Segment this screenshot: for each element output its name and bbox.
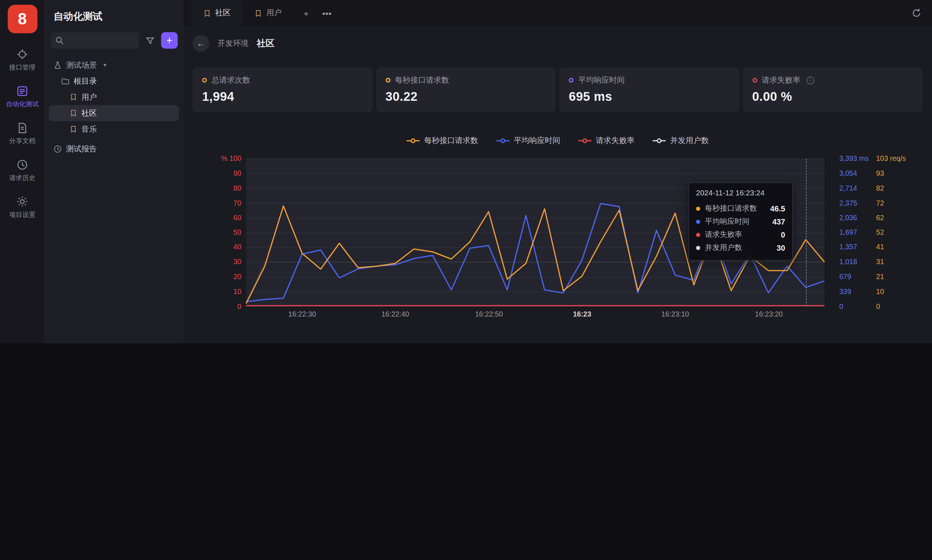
refresh-icon	[912, 8, 920, 18]
axis-tick: 62	[876, 214, 913, 221]
new-tab-button[interactable]: +	[298, 5, 313, 21]
axis-tick: 31	[876, 258, 913, 266]
legend-item-avg-response[interactable]: 平均响应时间	[496, 135, 560, 146]
rail-label: 分享文档	[9, 137, 35, 145]
legend-item-failure-rate[interactable]: 请求失败率	[578, 135, 634, 146]
chart-tooltip: 2024-11-12 16:23:24 每秒接口请求数 46.5 平均响应时间 …	[688, 182, 793, 260]
tag-icon	[255, 9, 262, 17]
series-dot	[696, 219, 700, 223]
checklist-icon	[17, 86, 28, 97]
axis-tick: 90	[193, 170, 241, 177]
axis-tick: 1,018	[839, 258, 875, 266]
api-target-icon	[17, 49, 28, 60]
tab-more-button[interactable]: •••	[319, 5, 334, 21]
scenario-tree: 测试场景 ▾ 根目录 用户 社区	[45, 57, 182, 157]
stat-dot	[752, 78, 757, 83]
axis-tick: 20	[193, 273, 241, 280]
rail-label: 自动化测试	[6, 100, 39, 108]
stat-card-rps: 每秒接口请求数 30.22	[376, 67, 556, 112]
axis-tick: 2,375	[839, 199, 875, 207]
tree-section-label: 测试场景	[66, 60, 97, 70]
axis-tick: 1,697	[839, 229, 875, 236]
stat-value: 30.22	[385, 89, 546, 104]
chart-plot-area[interactable]: 2024-11-12 16:23:24 每秒接口请求数 46.5 平均响应时间 …	[246, 158, 824, 306]
stat-label: 总请求次数	[211, 75, 250, 86]
stat-card-failure-rate: 请求失败率i 0.00 %	[742, 67, 923, 112]
tree-section-test-scenarios[interactable]: 测试场景 ▾	[49, 57, 179, 73]
tooltip-timestamp: 2024-11-12 16:23:24	[696, 189, 785, 197]
axis-tick: 50	[193, 229, 241, 236]
axis-tick: 679	[839, 273, 875, 280]
filter-button[interactable]	[145, 35, 156, 46]
sidebar: 自动化测试 + 测试场景 ▾	[45, 0, 183, 343]
tree-item-label: 用户	[82, 92, 97, 102]
axis-tick: 3,054	[839, 170, 875, 177]
main-area: 社区 用户 + ••• ← 开发环境 社区	[183, 0, 932, 343]
tree-item-user[interactable]: 用户	[49, 89, 179, 105]
search-input[interactable]	[67, 35, 134, 46]
tab-label: 社区	[215, 8, 230, 18]
document-icon	[17, 122, 28, 134]
tab-label: 用户	[266, 8, 282, 18]
report-content: ← 开发环境 社区 总请求次数 1,994 每秒接口请求数 30.22 平均响应…	[183, 26, 932, 343]
rail-item-api-management[interactable]: 接口管理	[0, 49, 45, 71]
axis-tick: 70	[193, 199, 241, 207]
stat-dot	[385, 78, 390, 83]
y-axis-percent: % 1009080706050403020100	[193, 155, 241, 310]
rail-item-project-settings[interactable]: 项目设置	[0, 196, 45, 218]
refresh-button[interactable]	[908, 5, 924, 21]
flask-icon	[54, 61, 62, 69]
stat-value: 0.00 %	[752, 89, 913, 104]
chart-legend: 每秒接口请求数 平均响应时间 请求失败率 并发用户数	[193, 135, 923, 146]
rail-item-automated-testing[interactable]: 自动化测试	[0, 86, 45, 107]
tree-item-community[interactable]: 社区	[49, 105, 179, 121]
legend-item-rps[interactable]: 每秒接口请求数	[406, 135, 478, 146]
axis-tick: % 100	[193, 155, 241, 162]
tab-community[interactable]: 社区	[191, 0, 242, 26]
tree-item-test-reports[interactable]: 测试报告	[49, 141, 179, 157]
series-dot	[696, 246, 700, 249]
info-icon[interactable]: i	[806, 76, 814, 84]
folder-icon	[61, 77, 69, 85]
page-title: 社区	[257, 38, 275, 49]
app-logo[interactable]: 8	[7, 5, 37, 33]
clock-icon	[17, 159, 28, 170]
series-dot	[696, 232, 700, 237]
search-input-wrapper[interactable]	[51, 32, 139, 49]
stat-label: 平均响应时间	[579, 75, 625, 86]
series-dot	[696, 206, 700, 210]
rail-label: 接口管理	[9, 64, 35, 71]
tree-item-label: 社区	[82, 108, 97, 118]
axis-tick: 40	[193, 244, 241, 251]
axis-tick: 0	[839, 303, 875, 310]
axis-tick: 0	[876, 303, 913, 310]
chart-cursor-line	[805, 158, 806, 306]
legend-item-concurrent-users[interactable]: 并发用户数	[652, 135, 709, 146]
stat-value: 695 ms	[569, 89, 730, 104]
legend-marker	[578, 138, 591, 143]
app-root: 8 接口管理 自动化测试 分享文档	[0, 0, 932, 343]
stat-card-avg-response: 平均响应时间 695 ms	[559, 67, 739, 112]
rail-item-share-docs[interactable]: 分享文档	[0, 122, 45, 144]
x-tick: 16:22:50	[475, 310, 503, 318]
sidebar-title: 自动化测试	[54, 10, 182, 23]
tag-icon	[69, 93, 77, 101]
add-scenario-button[interactable]: +	[161, 32, 178, 49]
search-icon	[56, 36, 64, 45]
environment-label: 开发环境	[218, 38, 248, 48]
tree-folder-root[interactable]: 根目录	[49, 73, 179, 89]
axis-tick: 41	[876, 244, 913, 251]
y-axis-ms: 3,393 ms3,0542,7142,3752,0361,6971,3571,…	[839, 155, 875, 310]
tab-user[interactable]: 用户	[242, 0, 293, 26]
back-button[interactable]: ←	[193, 35, 210, 52]
chevron-down-icon: ▾	[103, 62, 106, 68]
tree-item-label: 音乐	[82, 124, 97, 134]
table-header: 接口请求 总请求数▲▼ 每秒接口请求数▲▼ 平均响应时间(ms)▲▼ 最小响应时…	[193, 338, 923, 343]
tree-item-music[interactable]: 音乐	[49, 121, 179, 137]
rail-item-request-history[interactable]: 请求历史	[0, 159, 45, 181]
tooltip-row: 平均响应时间 437	[696, 215, 785, 228]
legend-marker	[496, 138, 509, 143]
tooltip-row: 每秒接口请求数 46.5	[696, 202, 785, 215]
x-tick: 16:23:20	[755, 310, 783, 318]
icon-rail: 8 接口管理 自动化测试 分享文档	[0, 0, 45, 343]
